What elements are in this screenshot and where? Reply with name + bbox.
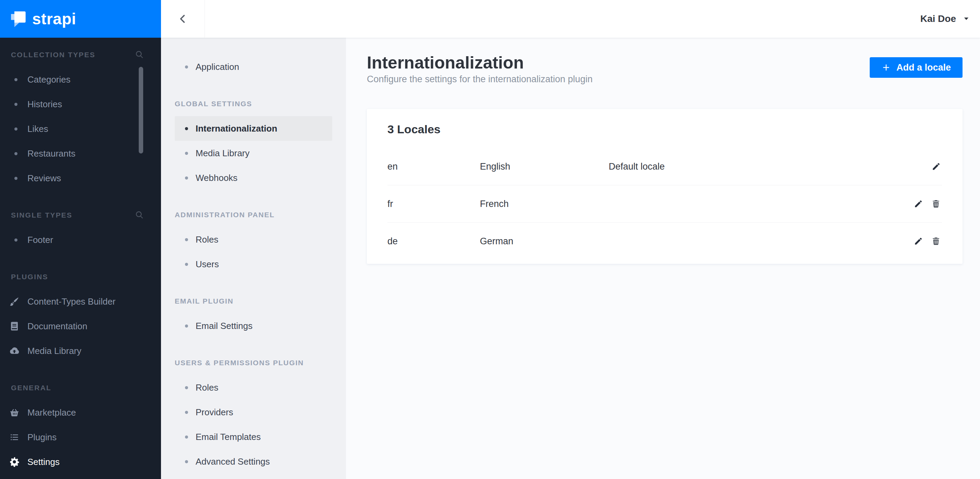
settings-item-email-templates[interactable]: Email Templates — [175, 425, 332, 449]
back-button[interactable] — [161, 0, 205, 38]
search-icon[interactable] — [134, 210, 145, 220]
sidebar-item-label: Restaurants — [27, 148, 75, 159]
edit-locale-button[interactable] — [930, 161, 942, 173]
settings-sidebar-sections: GLOBAL SETTINGSInternationalizationMedia… — [161, 91, 346, 474]
settings-item-providers[interactable]: Providers — [175, 400, 332, 425]
bullet-icon — [14, 127, 18, 130]
table-row: frFrench — [387, 185, 942, 223]
settings-item-label: Media Library — [196, 148, 250, 159]
locale-code: fr — [387, 199, 480, 209]
user-menu[interactable]: Kai Doe — [920, 0, 970, 38]
settings-section-label: ADMINISTRATION PANEL — [161, 202, 346, 227]
sidebar-item-label: Plugins — [27, 432, 57, 443]
settings-sidebar: Application GLOBAL SETTINGSInternational… — [161, 38, 346, 479]
row-actions — [912, 236, 942, 247]
sidebar-scrollbar-thumb[interactable] — [139, 67, 143, 153]
paintbrush-icon — [9, 296, 19, 307]
pencil-icon — [931, 162, 940, 171]
sidebar-item-label: Documentation — [27, 321, 88, 332]
settings-item-media-library[interactable]: Media Library — [175, 141, 332, 166]
settings-item-roles[interactable]: Roles — [175, 227, 332, 252]
add-locale-label: Add a locale — [896, 62, 951, 73]
logo[interactable]: strapi — [0, 0, 161, 38]
delete-locale-button[interactable] — [930, 236, 942, 247]
bullet-icon — [185, 386, 188, 389]
sidebar-item-documentation[interactable]: Documentation — [0, 314, 161, 339]
sidebar-items: MarketplacePluginsSettings — [0, 400, 161, 474]
locales-rows: enEnglishDefault localefrFrenchdeGerman — [367, 148, 963, 260]
settings-item-webhooks[interactable]: Webhooks — [175, 166, 332, 190]
logo-text: strapi — [32, 10, 76, 28]
delete-locale-button[interactable] — [930, 198, 942, 210]
locale-name: English — [480, 161, 609, 172]
locale-name: French — [480, 199, 609, 209]
cloud-upload-icon — [9, 346, 19, 356]
settings-item-label: Internationalization — [196, 123, 277, 134]
sidebar-item-histories[interactable]: Histories — [0, 92, 161, 116]
trash-icon — [931, 237, 940, 246]
sidebar-section-collection-types: COLLECTION TYPESCategoriesHistoriesLikes… — [0, 43, 161, 191]
bullet-icon — [185, 411, 188, 414]
settings-item-advanced-settings[interactable]: Advanced Settings — [175, 449, 332, 474]
bullet-icon — [185, 65, 188, 68]
settings-section-administration-panel: ADMINISTRATION PANELRolesUsers — [161, 202, 346, 277]
settings-section-label: GLOBAL SETTINGS — [161, 91, 346, 116]
edit-locale-button[interactable] — [912, 198, 924, 210]
sidebar-section-general: GENERALMarketplacePluginsSettings — [0, 376, 161, 474]
settings-section-global-settings: GLOBAL SETTINGSInternationalizationMedia… — [161, 91, 346, 190]
basket-icon — [9, 407, 19, 418]
sidebar-section-header: PLUGINS — [0, 264, 161, 289]
main-sidebar: COLLECTION TYPESCategoriesHistoriesLikes… — [0, 38, 161, 479]
sidebar-item-footer[interactable]: Footer — [0, 228, 161, 252]
settings-item-internationalization[interactable]: Internationalization — [175, 116, 332, 141]
sidebar-section-label: COLLECTION TYPES — [11, 51, 95, 59]
settings-item-roles[interactable]: Roles — [175, 375, 332, 400]
settings-sidebar-top: Application — [161, 38, 346, 79]
settings-item-label: Advanced Settings — [196, 457, 270, 467]
sidebar-item-restaurants[interactable]: Restaurants — [0, 141, 161, 166]
sidebar-section-plugins: PLUGINSContent-Types BuilderDocumentatio… — [0, 264, 161, 363]
bullet-icon — [185, 460, 188, 463]
bullet-icon — [14, 103, 18, 106]
sidebar-item-content-types-builder[interactable]: Content-Types Builder — [0, 289, 161, 314]
sidebar-section-label: SINGLE TYPES — [11, 211, 72, 219]
sidebar-item-categories[interactable]: Categories — [0, 67, 161, 92]
user-name: Kai Doe — [920, 13, 956, 24]
bullet-icon — [185, 436, 188, 439]
bullet-icon — [185, 177, 188, 180]
pencil-icon — [913, 199, 923, 208]
locale-default-label: Default locale — [609, 161, 930, 172]
locales-card: 3 Locales enEnglishDefault localefrFrenc… — [367, 109, 963, 264]
bullet-icon — [14, 239, 18, 242]
bullet-icon — [185, 325, 188, 328]
edit-locale-button[interactable] — [912, 236, 924, 247]
add-locale-button[interactable]: Add a locale — [870, 57, 963, 78]
settings-item-label: Roles — [196, 234, 218, 245]
settings-item-label: Users — [196, 259, 219, 270]
bullet-icon — [185, 127, 188, 130]
sidebar-item-label: Marketplace — [27, 407, 76, 418]
sidebar-section-header: GENERAL — [0, 376, 161, 400]
settings-item-application[interactable]: Application — [175, 54, 332, 79]
sidebar-section-header: COLLECTION TYPES — [0, 43, 161, 67]
search-icon[interactable] — [134, 50, 145, 60]
sidebar-item-settings[interactable]: Settings — [0, 450, 161, 474]
settings-item-label: Providers — [196, 407, 233, 418]
sidebar-section-label: GENERAL — [11, 384, 51, 392]
sidebar-items: Footer — [0, 228, 161, 252]
settings-item-users[interactable]: Users — [175, 252, 332, 277]
chevron-left-icon — [177, 13, 189, 25]
bullet-icon — [185, 263, 188, 266]
bullet-icon — [185, 152, 188, 155]
settings-section-email-plugin: EMAIL PLUGINEmail Settings — [161, 289, 346, 338]
row-actions — [912, 198, 942, 210]
sidebar-item-plugins[interactable]: Plugins — [0, 425, 161, 450]
settings-item-email-settings[interactable]: Email Settings — [175, 313, 332, 338]
sidebar-item-reviews[interactable]: Reviews — [0, 166, 161, 191]
list-icon — [9, 432, 19, 442]
sidebar-item-likes[interactable]: Likes — [0, 116, 161, 141]
main-content: Internationalization Configure the setti… — [346, 38, 980, 479]
sidebar-item-marketplace[interactable]: Marketplace — [0, 400, 161, 425]
sidebar-item-media-library[interactable]: Media Library — [0, 339, 161, 363]
settings-item-label: Application — [196, 62, 239, 72]
